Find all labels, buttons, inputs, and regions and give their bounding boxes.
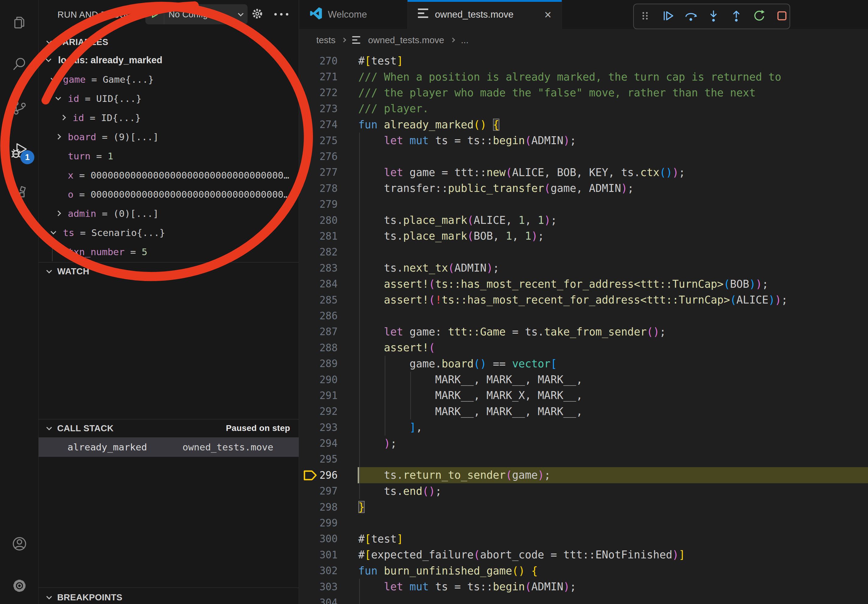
line-number[interactable]: 283 — [299, 262, 338, 274]
code-line[interactable]: 270#[test] — [299, 53, 868, 69]
code-line[interactable]: 290 MARK__, MARK__, MARK__, — [299, 372, 868, 387]
code-line[interactable]: 300#[test] — [299, 531, 868, 547]
variable-row[interactable]: x = 0000000000000000000000000000000000… — [39, 166, 299, 184]
code-line[interactable]: 286 — [299, 308, 868, 324]
line-number[interactable]: 277 — [299, 166, 338, 178]
line-number[interactable]: 288 — [299, 342, 338, 354]
code-line[interactable]: 297 ts.end(); — [299, 483, 868, 499]
code-line[interactable]: 301#[expected_failure(abort_code = ttt::… — [299, 547, 868, 563]
line-number[interactable]: 294 — [299, 437, 338, 449]
line-number[interactable]: 304 — [299, 597, 338, 604]
code-line[interactable]: 303 let mut ts = ts::begin(ADMIN); — [299, 579, 868, 595]
watch-section-header[interactable]: WATCH — [39, 263, 299, 279]
run-and-debug-button[interactable]: 1 — [0, 137, 39, 166]
account-button[interactable] — [0, 530, 39, 559]
line-number[interactable]: 301 — [299, 549, 338, 561]
variables-section-header[interactable]: VARIABLES — [39, 34, 299, 50]
current-code-line[interactable]: 296 ts.return_to_sender(game); — [299, 467, 868, 483]
chevron-right-icon[interactable] — [55, 134, 61, 139]
variable-row[interactable]: txn_number = 5 — [39, 242, 299, 261]
chevron-right-icon[interactable] — [60, 115, 66, 120]
call-stack-section-header[interactable]: CALL STACK Paused on step — [39, 420, 299, 436]
extensions-button[interactable] — [0, 180, 39, 209]
line-number[interactable]: 275 — [299, 135, 338, 147]
breakpoints-section-header[interactable]: BREAKPOINTS — [39, 589, 299, 604]
code-editor[interactable]: 270#[test]271/// When a position is alre… — [299, 53, 868, 604]
line-number[interactable]: 276 — [299, 150, 338, 163]
line-number[interactable]: 284 — [299, 278, 338, 290]
call-stack-frame-row[interactable]: already_marked owned_tests.move — [39, 437, 299, 457]
breadcrumb-item-file[interactable]: owned_tests.move — [368, 35, 444, 45]
line-number[interactable]: 280 — [299, 214, 338, 226]
line-number[interactable]: 279 — [299, 198, 338, 210]
code-line[interactable]: 298} — [299, 499, 868, 515]
code-line[interactable]: 291 MARK__, MARK_X, MARK__, — [299, 387, 868, 403]
line-number[interactable]: 281 — [299, 230, 338, 242]
line-number[interactable]: 274 — [299, 119, 338, 130]
code-line[interactable]: 274fun already_marked() { — [299, 117, 868, 133]
code-line[interactable]: 279 — [299, 197, 868, 212]
line-number[interactable]: 298 — [299, 501, 338, 513]
source-control-button[interactable] — [0, 94, 39, 123]
variable-row[interactable]: turn = 1 — [39, 146, 299, 166]
code-line[interactable]: 277 let game = ttt::new(ALICE, BOB, KEY,… — [299, 164, 868, 180]
variable-row[interactable]: game = Game{...} — [39, 70, 299, 89]
tab-welcome[interactable]: Welcome — [299, 0, 408, 29]
continue-button[interactable] — [661, 9, 675, 24]
code-line[interactable]: 289 game.board() == vector[ — [299, 356, 868, 371]
chevron-down-icon[interactable] — [51, 229, 56, 234]
variable-row[interactable]: board = (9)[...] — [39, 127, 299, 146]
variable-row[interactable]: ts = Scenario{...} — [39, 223, 299, 242]
line-number[interactable]: 285 — [299, 294, 338, 306]
line-number[interactable]: 273 — [299, 103, 338, 115]
line-number[interactable]: 270 — [299, 55, 338, 67]
explorer-button[interactable] — [0, 8, 39, 37]
variable-row[interactable]: id = ID{...} — [39, 108, 299, 127]
code-line[interactable]: 278 transfer::public_transfer(game, ADMI… — [299, 180, 868, 196]
drag-handle-icon[interactable] — [639, 9, 652, 24]
line-number[interactable]: 290 — [299, 374, 338, 386]
line-number[interactable]: 297 — [299, 485, 338, 497]
variable-row[interactable]: o = 0000000000000000000000000000000000… — [39, 184, 299, 204]
start-debug-icon[interactable] — [146, 4, 164, 24]
line-number[interactable]: 271 — [299, 71, 338, 83]
settings-button[interactable] — [0, 572, 39, 601]
search-button[interactable] — [0, 50, 39, 79]
code-line[interactable]: 285 assert!(!ts::has_most_recent_for_add… — [299, 292, 868, 308]
code-line[interactable]: 273/// player. — [299, 101, 868, 116]
line-number[interactable]: 302 — [299, 565, 338, 577]
code-line[interactable]: 302fun burn_unfinished_game() { — [299, 563, 868, 579]
variable-row[interactable]: admin = (0)[...] — [39, 204, 299, 223]
chevron-down-icon[interactable] — [55, 94, 61, 100]
step-out-button[interactable] — [729, 9, 743, 24]
breadcrumb-item-folder[interactable]: tests — [316, 35, 335, 45]
more-actions-icon[interactable] — [273, 12, 289, 16]
close-icon[interactable]: × — [544, 9, 552, 21]
code-line[interactable]: 281 ts.place_mark(BOB, 1, 1); — [299, 228, 868, 244]
step-over-button[interactable] — [684, 9, 698, 24]
line-number[interactable]: 272 — [299, 87, 338, 99]
code-line[interactable]: 294 ); — [299, 435, 868, 451]
code-line[interactable]: 272/// the player who made the "false" m… — [299, 85, 868, 101]
code-line[interactable]: 304 — [299, 595, 868, 604]
code-line[interactable]: 280 ts.place_mark(ALICE, 1, 1); — [299, 212, 868, 228]
debug-settings-gear-icon[interactable] — [250, 7, 264, 21]
scope-row[interactable]: locals: already_marked — [39, 51, 299, 70]
line-number[interactable]: 289 — [299, 358, 338, 370]
code-line[interactable]: 284 assert!(ts::has_most_recent_for_addr… — [299, 276, 868, 292]
code-line[interactable]: 299 — [299, 515, 868, 531]
line-number[interactable]: 287 — [299, 326, 338, 338]
code-line[interactable]: 295 — [299, 451, 868, 467]
line-number[interactable]: 295 — [299, 453, 338, 465]
line-number[interactable]: 286 — [299, 310, 338, 322]
step-into-button[interactable] — [707, 9, 721, 24]
breadcrumb-item-symbol[interactable]: ... — [461, 35, 469, 45]
line-number[interactable]: 278 — [299, 183, 338, 194]
code-line[interactable]: 275 let mut ts = ts::begin(ADMIN); — [299, 133, 868, 149]
variable-row[interactable]: id = UID{...} — [39, 89, 299, 108]
line-number[interactable]: 282 — [299, 246, 338, 258]
line-number[interactable]: 292 — [299, 406, 338, 417]
code-line[interactable]: 292 MARK__, MARK__, MARK__, — [299, 404, 868, 420]
line-number[interactable]: 300 — [299, 533, 338, 545]
code-line[interactable]: 282 — [299, 244, 868, 260]
